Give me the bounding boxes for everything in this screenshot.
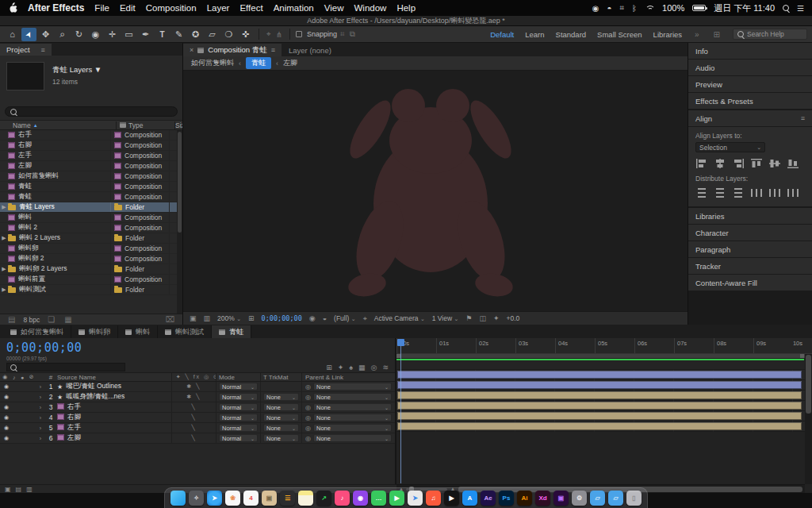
control-center-icon[interactable]: ☰ bbox=[797, 4, 804, 13]
video-column-icon[interactable]: ◉ bbox=[2, 374, 7, 380]
align-left-icon[interactable] bbox=[695, 158, 708, 168]
layer-name[interactable]: 左腳 bbox=[67, 433, 81, 443]
menu-item[interactable]: Animation bbox=[274, 3, 314, 13]
project-row[interactable]: ▶ 左腳 Composition bbox=[0, 161, 177, 171]
new-composition-icon[interactable]: ▦ bbox=[63, 315, 73, 324]
snap-option-icon[interactable]: ⌗ bbox=[339, 29, 347, 39]
layer-twirl-ic on[interactable]: › bbox=[36, 394, 44, 400]
align-right-icon[interactable] bbox=[732, 158, 745, 168]
layer-duration-bar[interactable] bbox=[397, 412, 802, 420]
column-source-name[interactable]: Source Name bbox=[57, 374, 171, 381]
menu-item[interactable]: Effect bbox=[239, 3, 262, 13]
wifi-icon[interactable] bbox=[645, 5, 654, 12]
blend-mode-select[interactable]: Normal⌄ bbox=[219, 414, 258, 421]
tool-icon[interactable] bbox=[5, 28, 20, 41]
blend-mode-select[interactable]: Normal⌄ bbox=[219, 393, 258, 401]
shape-option-icon[interactable]: ⋔ bbox=[274, 30, 284, 39]
dock-icon[interactable]: Ps bbox=[499, 491, 514, 506]
workspace-tab[interactable]: Learn bbox=[525, 30, 544, 39]
distribute-right-icon[interactable] bbox=[787, 187, 799, 198]
layer-twirl-ic on[interactable]: › bbox=[36, 384, 44, 390]
dock-icon[interactable]: ❀ bbox=[225, 491, 240, 506]
breadcrumb-root[interactable]: 如何當隻蝌蚪 bbox=[191, 58, 234, 68]
apple-logo-icon[interactable] bbox=[8, 2, 17, 13]
project-tab[interactable]: Project ≡ bbox=[0, 44, 52, 56]
tool-icon[interactable] bbox=[71, 28, 86, 41]
tool-icon[interactable] bbox=[221, 28, 236, 41]
snapping-checkbox[interactable] bbox=[296, 31, 302, 37]
layer-switches[interactable]: ✱ ╲ bbox=[171, 392, 216, 402]
bluetooth-icon[interactable]: ᛒ bbox=[632, 4, 637, 13]
record-status-icon[interactable]: ◉ bbox=[592, 4, 599, 13]
expand-in-out-icon[interactable]: ▥ bbox=[26, 486, 33, 493]
column-trkmat[interactable]: T TrkMat bbox=[260, 373, 301, 381]
timeline-track-area[interactable]: 00s01s02s03s04s05s06s07s08s09s 10s bbox=[396, 338, 812, 493]
hide-shy-layers-icon[interactable]: ♠ bbox=[349, 364, 353, 371]
twirl-icon[interactable]: ▶ bbox=[0, 235, 8, 241]
layer-tab[interactable]: Layer (none) bbox=[282, 44, 338, 56]
menubar-clock[interactable]: 週日 下午 11:40 bbox=[714, 2, 775, 14]
exposure-value[interactable]: +0.0 bbox=[507, 314, 520, 322]
project-scrollbar[interactable] bbox=[177, 130, 182, 314]
close-tab-icon[interactable]: × bbox=[190, 46, 193, 54]
layer-switches[interactable]: ╲ bbox=[171, 433, 216, 443]
layer-duration-bar[interactable] bbox=[397, 371, 802, 379]
track-row[interactable] bbox=[396, 380, 812, 391]
project-row[interactable]: ▶ 蝌蚪卵 2 Layers Folder bbox=[0, 264, 177, 275]
tool-icon[interactable] bbox=[171, 28, 186, 41]
project-row[interactable]: ▶ 蝌蚪 2 Layers Folder bbox=[0, 233, 177, 244]
layer-duration-bar[interactable] bbox=[397, 381, 802, 389]
layer-row[interactable]: ◉ › 5 左手 ╲ Normal⌄ None⌄ ◎None⌄ bbox=[0, 423, 395, 433]
blend-mode-select[interactable]: Normal⌄ bbox=[219, 434, 258, 442]
project-row[interactable]: ▶ 蝌蚪前置 Composition bbox=[0, 275, 177, 285]
blend-mode-select[interactable]: Normal⌄ bbox=[219, 383, 258, 391]
tool-icon[interactable] bbox=[21, 28, 36, 41]
input-source-icon[interactable]: ⌗ bbox=[619, 3, 624, 13]
dock-icon[interactable] bbox=[298, 491, 313, 506]
parent-select[interactable]: None⌄ bbox=[313, 393, 392, 401]
layer-switches[interactable]: ╲ bbox=[171, 413, 216, 422]
tool-icon[interactable] bbox=[55, 28, 70, 41]
trkmat-select[interactable]: None⌄ bbox=[263, 424, 299, 432]
layer-twirl-ic on[interactable]: › bbox=[36, 415, 44, 421]
dock-icon[interactable]: ▱ bbox=[590, 491, 605, 506]
solo-column-icon[interactable]: ● bbox=[21, 375, 24, 380]
project-row[interactable]: ▶ 右手 Composition bbox=[0, 130, 177, 140]
layer-name[interactable]: 右腳 bbox=[67, 413, 81, 422]
workspace-tab[interactable]: Default bbox=[490, 30, 514, 39]
selected-item-title[interactable]: 青蛙 Layers ▼ bbox=[52, 65, 102, 75]
panel-menu-icon[interactable]: ≡ bbox=[271, 46, 275, 54]
distribute-bottom-icon[interactable] bbox=[732, 187, 745, 198]
region-of-interest-icon[interactable]: ⌖ bbox=[363, 314, 367, 323]
display-mirroring-icon[interactable]: ◓ bbox=[607, 4, 611, 13]
pickwhip-icon[interactable]: ◎ bbox=[305, 414, 311, 421]
dock-icon[interactable]: ▶ bbox=[444, 491, 459, 506]
timeline-tab[interactable]: 蝌蚪 bbox=[118, 325, 158, 338]
timeline-tab[interactable]: 蝌蚪卵 bbox=[71, 325, 118, 338]
dock-icon[interactable]: ▯ bbox=[626, 491, 642, 506]
dock-icon[interactable]: ↗ bbox=[316, 491, 331, 506]
tool-icon[interactable] bbox=[188, 28, 203, 41]
layer-name[interactable]: 呱呱身體/青蛙...nes bbox=[66, 392, 124, 402]
snap-option2-icon[interactable]: ⧉ bbox=[348, 29, 357, 39]
breadcrumb-current[interactable]: 青蛙 bbox=[246, 57, 271, 69]
project-row[interactable]: ▶ 蝌蚪卵 Composition bbox=[0, 244, 177, 254]
pickwhip-icon[interactable]: ◎ bbox=[305, 394, 311, 401]
trkmat-select[interactable]: None⌄ bbox=[263, 403, 299, 411]
project-row[interactable]: ▶ 蝌蚪 2 Composition bbox=[0, 223, 177, 233]
main-display-icon[interactable]: ▥ bbox=[204, 314, 211, 322]
tool-icon[interactable] bbox=[105, 28, 120, 41]
align-h-center-icon[interactable] bbox=[714, 158, 726, 168]
project-row[interactable]: ▶ 青蛙 Layers Folder bbox=[0, 202, 177, 213]
new-folder-icon[interactable]: ❏ bbox=[46, 315, 56, 324]
panel-header[interactable]: Libraries bbox=[688, 208, 812, 224]
align-bottom-icon[interactable] bbox=[787, 158, 799, 168]
column-header-name[interactable]: Name▲ bbox=[0, 121, 116, 129]
project-row[interactable]: ▶ 蝌蚪卵 2 Composition bbox=[0, 254, 177, 264]
track-row[interactable] bbox=[396, 421, 812, 432]
timeline-search-input[interactable] bbox=[19, 364, 114, 371]
flag-icon[interactable]: ⚑ bbox=[465, 314, 472, 322]
dock-icon[interactable]: ▣ bbox=[553, 491, 569, 506]
column-header-type[interactable]: Type bbox=[116, 121, 174, 129]
track-row[interactable] bbox=[396, 391, 812, 401]
